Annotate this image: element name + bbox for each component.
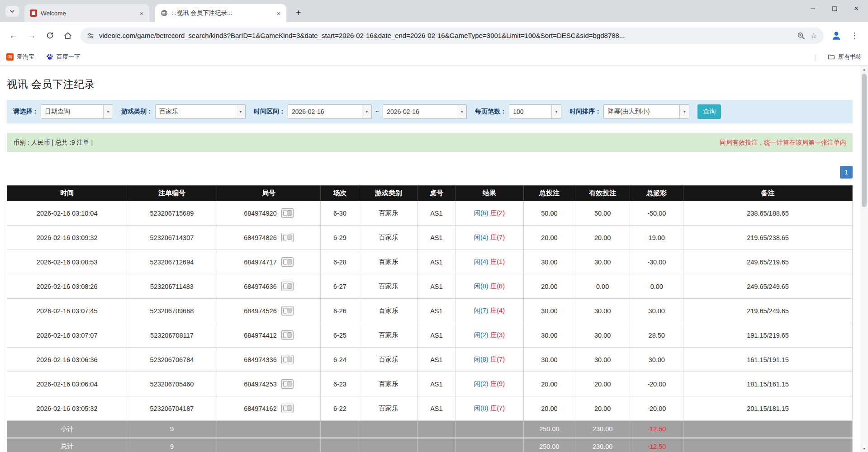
site-settings-icon[interactable]: [87, 32, 94, 39]
cell-note: 249.65/219.65: [683, 250, 853, 274]
result-banker: 庄(2): [490, 209, 505, 217]
column-header: 局号: [217, 186, 321, 201]
round-result-image-button[interactable]: [281, 379, 294, 389]
cell-round: 684974717: [217, 250, 321, 274]
footer-empty-cell: [217, 438, 321, 452]
new-tab-button[interactable]: +: [292, 6, 305, 19]
bookmark-taobao[interactable]: 淘 爱淘宝: [6, 53, 34, 61]
cell-time: 2026-02-16 03:08:26: [7, 274, 127, 299]
cell-table-no: AS1: [418, 372, 455, 396]
cell-game-type: 百家乐: [359, 348, 418, 372]
cell-round: 684974826: [217, 226, 321, 250]
round-result-image-button[interactable]: [281, 233, 294, 242]
tab-welcome[interactable]: Welcome ×: [24, 4, 149, 22]
round-number: 684974920: [244, 210, 277, 217]
round-result-image-button[interactable]: [281, 208, 294, 218]
game-type-group: 游戏类别： 百家乐 ▼: [121, 104, 246, 119]
table-row: 2026-02-16 03:08:26523206711483684974636…: [7, 274, 853, 299]
column-header: 有效投注: [575, 186, 630, 201]
tab-search-chevron-button[interactable]: [5, 6, 19, 17]
footer-empty-cell: [321, 438, 359, 452]
round-result-image-button[interactable]: [281, 257, 294, 267]
cell-bet-id: 523206706784: [127, 348, 217, 372]
date-start-value: 2026-02-16: [288, 108, 362, 115]
cell-game-type: 百家乐: [359, 323, 418, 348]
pagination: 1: [7, 166, 853, 179]
query-type-select[interactable]: 日期查询 ▼: [41, 104, 113, 119]
date-start-select[interactable]: 2026-02-16 ▼: [288, 104, 372, 119]
close-window-button[interactable]: ×: [845, 0, 867, 17]
dropdown-arrow-icon[interactable]: ▼: [457, 105, 466, 118]
profile-avatar[interactable]: [827, 27, 845, 45]
round-number: 684974636: [244, 283, 277, 290]
result-player: 闲(2): [474, 331, 488, 339]
footer-empty-cell: [455, 421, 523, 438]
home-button[interactable]: [59, 27, 77, 45]
scrollbar-thumb[interactable]: [862, 74, 867, 207]
cell-session: 6-29: [321, 226, 359, 250]
address-bar[interactable]: videoie.com/game/betrecord_search/kind3?…: [81, 28, 824, 44]
cell-table-no: AS1: [418, 396, 455, 421]
sort-select[interactable]: 降幂(由大到小) ▼: [603, 104, 689, 119]
subtotal-row: 小计9250.00230.00-12.50: [7, 421, 853, 438]
result-player: 闲(7): [474, 307, 488, 314]
per-page-label: 每页笔数：: [475, 108, 507, 116]
result-banker: 庄(3): [490, 331, 505, 339]
date-range-label: 时间区间：: [254, 108, 285, 116]
tab-close-icon[interactable]: ×: [275, 9, 283, 17]
cell-payout: 30.00: [630, 299, 683, 323]
round-result-image-button[interactable]: [281, 282, 294, 291]
dropdown-arrow-icon[interactable]: ▼: [551, 105, 561, 118]
scroll-down-icon[interactable]: ▼: [860, 445, 868, 452]
dropdown-arrow-icon[interactable]: ▼: [103, 105, 113, 118]
cell-payout: 28.50: [630, 323, 683, 348]
scroll-up-icon[interactable]: ▲: [860, 66, 868, 73]
date-end-select[interactable]: 2026-02-16 ▼: [383, 104, 467, 119]
round-result-image-button[interactable]: [281, 306, 294, 315]
vertical-scrollbar[interactable]: ▲ ▼: [860, 66, 868, 452]
round-number: 684974717: [244, 259, 277, 266]
cell-payout: 30.00: [630, 348, 683, 372]
sort-label: 时间排序：: [569, 108, 601, 116]
bookmark-star-icon[interactable]: ☆: [810, 32, 817, 40]
forward-button[interactable]: →: [23, 27, 41, 45]
page-1-button[interactable]: 1: [840, 166, 853, 179]
per-page-select[interactable]: 100 ▼: [509, 104, 561, 119]
navigation-bar: ← → videoie.com/game/betrecord_search/ki…: [0, 22, 868, 49]
date-range-tilde: ~: [375, 108, 379, 115]
cell-note: 219.65/249.65: [683, 299, 853, 323]
round-result-image-button[interactable]: [281, 404, 294, 413]
bookmark-baidu[interactable]: 百度一下: [46, 53, 80, 61]
tab-close-icon[interactable]: ×: [138, 9, 146, 17]
all-bookmarks-button[interactable]: 所有书签: [828, 53, 862, 61]
dropdown-arrow-icon[interactable]: ▼: [679, 105, 689, 118]
tab-betrecord[interactable]: :::视讯 会员下注纪录::: ×: [155, 4, 286, 22]
round-result-image-button[interactable]: [281, 330, 294, 340]
cell-valid-bet: 20.00: [575, 226, 630, 250]
search-button[interactable]: 查询: [697, 104, 721, 119]
reload-button[interactable]: [41, 27, 59, 45]
result-player: 闲(8): [474, 356, 488, 363]
cell-note: 238.65/188.65: [683, 201, 853, 226]
minimize-button[interactable]: [802, 0, 824, 17]
bookmarks-bar: 淘 爱淘宝 百度一下 | 所有书签: [0, 49, 868, 66]
cell-game-type: 百家乐: [359, 396, 418, 421]
filter-bar: 请选择： 日期查询 ▼ 游戏类别： 百家乐 ▼ 时间区间： 2026-02-16…: [7, 100, 853, 123]
cell-valid-bet: 30.00: [575, 299, 630, 323]
cell-note: 191.15/219.65: [683, 323, 853, 348]
footer-count: 9: [127, 438, 217, 452]
back-button[interactable]: ←: [5, 27, 23, 45]
cell-bet-id: 523206705460: [127, 372, 217, 396]
cell-session: 6-25: [321, 323, 359, 348]
maximize-button[interactable]: [824, 0, 845, 17]
result-banker: 庄(9): [490, 380, 505, 387]
cell-table-no: AS1: [418, 201, 455, 226]
game-type-select[interactable]: 百家乐 ▼: [155, 104, 246, 119]
dropdown-arrow-icon[interactable]: ▼: [362, 105, 371, 118]
dropdown-arrow-icon[interactable]: ▼: [236, 105, 245, 118]
browser-menu-button[interactable]: ⋮: [845, 27, 863, 45]
round-result-image-button[interactable]: [281, 355, 294, 364]
cell-total-bet: 30.00: [523, 323, 575, 348]
zoom-icon[interactable]: [797, 32, 805, 40]
cell-table-no: AS1: [418, 250, 455, 274]
